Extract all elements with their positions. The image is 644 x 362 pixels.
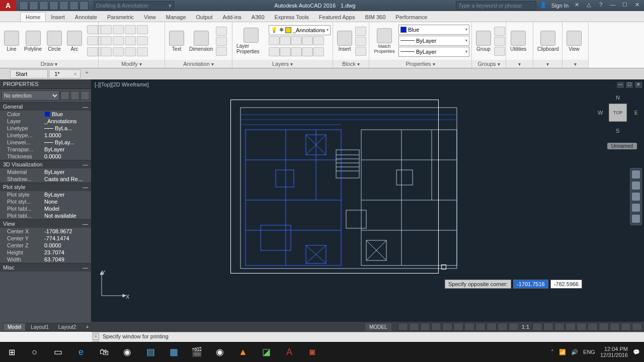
filetab-drawing[interactable]: 1*× bbox=[49, 69, 80, 78]
tray-notifications-icon[interactable]: 💬 bbox=[633, 349, 640, 355]
dynamic-value-1[interactable]: -1701.7516 bbox=[513, 280, 548, 289]
units-icon[interactable] bbox=[566, 323, 576, 331]
a360-icon[interactable]: △ bbox=[585, 2, 593, 10]
help-icon[interactable]: ? bbox=[597, 2, 605, 10]
layer-tool-2[interactable] bbox=[291, 36, 302, 45]
snap-toggle-icon[interactable] bbox=[409, 323, 419, 331]
clipboard-button[interactable]: Clipboard bbox=[535, 30, 561, 53]
prop-cat-3d-visualization[interactable]: 3D Visualization— bbox=[0, 160, 91, 168]
app-logo[interactable]: A bbox=[0, 0, 16, 11]
annotation-monitor-icon[interactable] bbox=[554, 323, 565, 331]
help-search-input[interactable]: Type a keyword or phrase bbox=[456, 1, 536, 10]
qat-undo-icon[interactable] bbox=[69, 1, 78, 10]
anno-tool-1[interactable] bbox=[216, 37, 227, 46]
gear-icon[interactable] bbox=[532, 323, 542, 331]
view-name-tag[interactable]: Unnamed bbox=[607, 143, 637, 149]
layer-tool-8[interactable] bbox=[302, 47, 313, 56]
block-create-icon[interactable] bbox=[355, 27, 366, 36]
ribbon-tab-output[interactable]: Output bbox=[191, 13, 218, 22]
layer-properties-button[interactable]: Layer Properties bbox=[234, 27, 268, 55]
match-properties-button[interactable]: Match Properties bbox=[371, 27, 397, 55]
layout-tab-layout1[interactable]: Layout1 bbox=[26, 323, 53, 331]
edge-icon[interactable]: e bbox=[69, 342, 93, 362]
group-select-icon[interactable] bbox=[494, 47, 505, 56]
group-edit-icon[interactable] bbox=[494, 37, 505, 46]
ortho-toggle-icon[interactable] bbox=[420, 323, 430, 331]
steering-wheel-icon[interactable] bbox=[632, 170, 640, 178]
showmotion-icon[interactable] bbox=[632, 215, 640, 223]
view-button[interactable]: View bbox=[565, 30, 584, 53]
task-view-icon[interactable]: ▭ bbox=[46, 342, 69, 362]
prop-row[interactable]: Transpar...ByLayer bbox=[0, 146, 91, 153]
qat-saveas-icon[interactable] bbox=[49, 1, 58, 10]
layer-tool-3[interactable] bbox=[302, 36, 313, 45]
modify-tool-2[interactable] bbox=[125, 25, 136, 34]
layer-tool-4[interactable] bbox=[313, 36, 324, 45]
signin-label[interactable]: Sign In bbox=[551, 3, 569, 9]
polar-toggle-icon[interactable] bbox=[431, 323, 441, 331]
pan-icon[interactable] bbox=[632, 182, 640, 190]
viewport-label[interactable]: [-][Top][2D Wireframe] bbox=[95, 81, 149, 87]
modify-tool-4[interactable] bbox=[101, 36, 112, 45]
qat-save-icon[interactable] bbox=[39, 1, 48, 10]
ribbon-tab-parametric[interactable]: Parametric bbox=[102, 13, 139, 22]
prop-row[interactable]: Linewei...ByLay... bbox=[0, 139, 91, 146]
chrome-icon[interactable]: ◉ bbox=[208, 342, 231, 362]
osnap-toggle-icon[interactable] bbox=[453, 323, 463, 331]
ribbon-tab-manage[interactable]: Manage bbox=[161, 13, 191, 22]
modify-tool-10[interactable] bbox=[125, 47, 136, 56]
ribbon-tab-annotate[interactable]: Annotate bbox=[70, 13, 102, 22]
selection-cycling-icon[interactable] bbox=[509, 323, 519, 331]
dimension-button[interactable]: Dimension bbox=[187, 30, 215, 53]
prop-row[interactable]: Plot styl...None bbox=[0, 198, 91, 205]
ribbon-tab-a360[interactable]: A360 bbox=[247, 13, 270, 22]
photos-icon[interactable]: ▦ bbox=[162, 342, 185, 362]
ribbon-tab-home[interactable]: Home bbox=[20, 12, 46, 22]
layer-tool-0[interactable] bbox=[269, 36, 280, 45]
prop-row[interactable]: Plot styleByLayer bbox=[0, 191, 91, 198]
tray-chevron-icon[interactable]: ˄ bbox=[551, 349, 554, 355]
vlc-icon[interactable]: ▲ bbox=[231, 342, 255, 362]
exchange-icon[interactable]: ✕ bbox=[573, 2, 581, 10]
orbit-icon[interactable] bbox=[632, 204, 640, 212]
toggle-pickadd-icon[interactable] bbox=[60, 91, 69, 100]
modify-tool-3[interactable] bbox=[137, 25, 148, 34]
ribbon-tab-bim-360[interactable]: BIM 360 bbox=[360, 13, 390, 22]
layer-tool-6[interactable] bbox=[280, 47, 291, 56]
line-button[interactable]: Line bbox=[2, 30, 21, 53]
filetab-close-icon[interactable]: × bbox=[73, 71, 76, 77]
cortana-icon[interactable]: ○ bbox=[23, 342, 46, 362]
layout-tab-model[interactable]: Model bbox=[3, 323, 26, 331]
grid-toggle-icon[interactable] bbox=[398, 323, 408, 331]
anno-tool-0[interactable] bbox=[216, 27, 227, 36]
lineweight-toggle-icon[interactable] bbox=[487, 323, 497, 331]
group-button[interactable]: Group bbox=[474, 30, 493, 53]
prop-row[interactable]: LinetypeByLa... bbox=[0, 125, 91, 132]
ribbon-tab-performance[interactable]: Performance bbox=[390, 13, 432, 22]
quick-select-icon[interactable] bbox=[80, 91, 90, 100]
viewport-close-icon[interactable]: ✕ bbox=[634, 81, 642, 88]
draw-tool-2[interactable] bbox=[87, 36, 98, 45]
viewport-maximize-icon[interactable]: ☐ bbox=[625, 81, 633, 88]
layer-tool-5[interactable] bbox=[269, 47, 280, 56]
hardware-accel-icon[interactable] bbox=[610, 323, 620, 331]
anno-tool-2[interactable] bbox=[216, 47, 227, 56]
lock-ui-icon[interactable] bbox=[588, 323, 598, 331]
minimize-icon[interactable]: — bbox=[609, 2, 617, 10]
text-button[interactable]: Text bbox=[167, 30, 186, 53]
modify-tool-6[interactable] bbox=[125, 36, 136, 45]
prop-row[interactable]: MaterialByLayer bbox=[0, 168, 91, 175]
tray-lang[interactable]: ENG bbox=[583, 349, 595, 355]
app-icon-1[interactable]: ◉ bbox=[116, 342, 139, 362]
autocad-taskbar-icon[interactable]: A bbox=[278, 342, 301, 362]
quick-props-icon[interactable] bbox=[577, 323, 587, 331]
block-edit-icon[interactable] bbox=[355, 37, 366, 46]
prop-row[interactable]: Linetype...1.0000 bbox=[0, 132, 91, 139]
ungroup-icon[interactable] bbox=[494, 27, 505, 36]
otrack-icon[interactable] bbox=[475, 323, 486, 331]
polyline-button[interactable]: Polyline bbox=[22, 30, 44, 53]
workspace-icon[interactable] bbox=[543, 323, 553, 331]
ribbon-tab-view[interactable]: View bbox=[139, 13, 161, 22]
linetype-dropdown[interactable]: ByLayer▾ bbox=[398, 47, 469, 57]
prop-row[interactable]: Width63.7049 bbox=[0, 256, 91, 263]
